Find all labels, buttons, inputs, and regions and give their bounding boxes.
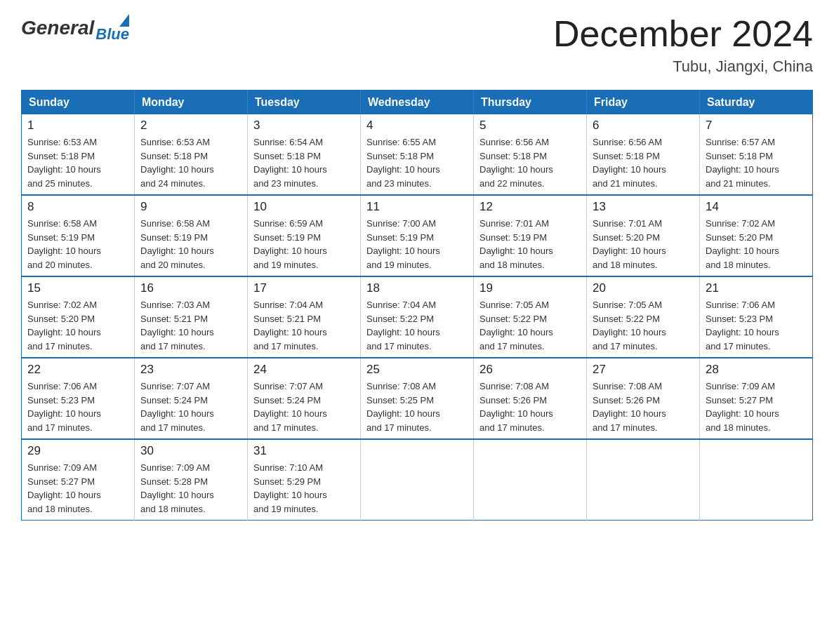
logo-blue-text: Blue [95, 27, 129, 42]
header-friday: Friday [587, 90, 700, 115]
calendar-table: SundayMondayTuesdayWednesdayThursdayFrid… [21, 90, 813, 521]
calendar-cell: 13 Sunrise: 7:01 AMSunset: 5:20 PMDaylig… [587, 195, 700, 276]
calendar-cell [587, 439, 700, 521]
day-info: Sunrise: 7:09 AMSunset: 5:27 PMDaylight:… [706, 380, 807, 434]
day-number: 20 [593, 281, 694, 295]
calendar-cell: 15 Sunrise: 7:02 AMSunset: 5:20 PMDaylig… [22, 276, 135, 358]
calendar-cell [700, 439, 813, 521]
day-info: Sunrise: 6:59 AMSunset: 5:19 PMDaylight:… [253, 217, 355, 271]
day-info: Sunrise: 7:08 AMSunset: 5:26 PMDaylight:… [593, 380, 694, 434]
calendar-cell: 28 Sunrise: 7:09 AMSunset: 5:27 PMDaylig… [700, 358, 813, 439]
calendar-week-row: 15 Sunrise: 7:02 AMSunset: 5:20 PMDaylig… [22, 276, 813, 358]
day-number: 16 [140, 281, 241, 295]
day-number: 30 [140, 444, 241, 458]
calendar-cell: 12 Sunrise: 7:01 AMSunset: 5:19 PMDaylig… [474, 195, 587, 276]
header-saturday: Saturday [700, 90, 813, 115]
day-number: 18 [366, 281, 468, 295]
day-info: Sunrise: 7:07 AMSunset: 5:24 PMDaylight:… [140, 380, 241, 434]
day-info: Sunrise: 7:06 AMSunset: 5:23 PMDaylight:… [27, 380, 128, 434]
day-info: Sunrise: 7:08 AMSunset: 5:25 PMDaylight:… [366, 380, 468, 434]
day-info: Sunrise: 7:05 AMSunset: 5:22 PMDaylight:… [479, 298, 581, 353]
day-number: 3 [253, 119, 355, 133]
day-info: Sunrise: 6:55 AMSunset: 5:18 PMDaylight:… [366, 135, 468, 190]
day-info: Sunrise: 6:58 AMSunset: 5:19 PMDaylight:… [140, 217, 241, 271]
day-info: Sunrise: 6:54 AMSunset: 5:18 PMDaylight:… [253, 135, 355, 190]
calendar-week-row: 8 Sunrise: 6:58 AMSunset: 5:19 PMDayligh… [22, 195, 813, 276]
day-number: 21 [706, 281, 807, 295]
day-number: 15 [27, 281, 128, 295]
calendar-cell: 19 Sunrise: 7:05 AMSunset: 5:22 PMDaylig… [474, 276, 587, 358]
calendar-cell: 16 Sunrise: 7:03 AMSunset: 5:21 PMDaylig… [135, 276, 248, 358]
day-info: Sunrise: 7:02 AMSunset: 5:20 PMDaylight:… [706, 217, 807, 271]
calendar-cell: 22 Sunrise: 7:06 AMSunset: 5:23 PMDaylig… [22, 358, 135, 439]
day-info: Sunrise: 7:01 AMSunset: 5:20 PMDaylight:… [593, 217, 694, 271]
title-area: December 2024 Tubu, Jiangxi, China [553, 14, 813, 76]
calendar-cell: 5 Sunrise: 6:56 AMSunset: 5:18 PMDayligh… [474, 114, 587, 195]
calendar-cell: 7 Sunrise: 6:57 AMSunset: 5:18 PMDayligh… [700, 114, 813, 195]
day-number: 19 [479, 281, 581, 295]
page-header: General Blue December 2024 Tubu, Jiangxi… [21, 14, 813, 76]
calendar-cell: 6 Sunrise: 6:56 AMSunset: 5:18 PMDayligh… [587, 114, 700, 195]
day-number: 9 [140, 200, 241, 214]
day-info: Sunrise: 7:03 AMSunset: 5:21 PMDaylight:… [140, 298, 241, 353]
calendar-cell: 20 Sunrise: 7:05 AMSunset: 5:22 PMDaylig… [587, 276, 700, 358]
calendar-cell: 30 Sunrise: 7:09 AMSunset: 5:28 PMDaylig… [135, 439, 248, 521]
calendar-cell: 4 Sunrise: 6:55 AMSunset: 5:18 PMDayligh… [361, 114, 474, 195]
page-subtitle: Tubu, Jiangxi, China [553, 58, 813, 76]
calendar-cell: 8 Sunrise: 6:58 AMSunset: 5:19 PMDayligh… [22, 195, 135, 276]
day-info: Sunrise: 7:01 AMSunset: 5:19 PMDaylight:… [479, 217, 581, 271]
calendar-cell: 3 Sunrise: 6:54 AMSunset: 5:18 PMDayligh… [248, 114, 361, 195]
calendar-cell: 26 Sunrise: 7:08 AMSunset: 5:26 PMDaylig… [474, 358, 587, 439]
calendar-cell: 10 Sunrise: 6:59 AMSunset: 5:19 PMDaylig… [248, 195, 361, 276]
day-info: Sunrise: 7:09 AMSunset: 5:27 PMDaylight:… [27, 461, 128, 516]
day-info: Sunrise: 6:56 AMSunset: 5:18 PMDaylight:… [593, 135, 694, 190]
day-number: 10 [253, 200, 355, 214]
day-number: 29 [27, 444, 128, 458]
header-sunday: Sunday [22, 90, 135, 115]
calendar-week-row: 22 Sunrise: 7:06 AMSunset: 5:23 PMDaylig… [22, 358, 813, 439]
day-number: 1 [27, 119, 128, 133]
day-info: Sunrise: 6:53 AMSunset: 5:18 PMDaylight:… [140, 135, 241, 190]
day-number: 27 [593, 363, 694, 377]
calendar-cell [361, 439, 474, 521]
day-number: 28 [706, 363, 807, 377]
day-number: 31 [253, 444, 355, 458]
day-info: Sunrise: 6:58 AMSunset: 5:19 PMDaylight:… [27, 217, 128, 271]
calendar-cell: 27 Sunrise: 7:08 AMSunset: 5:26 PMDaylig… [587, 358, 700, 439]
day-info: Sunrise: 7:06 AMSunset: 5:23 PMDaylight:… [706, 298, 807, 353]
day-info: Sunrise: 7:00 AMSunset: 5:19 PMDaylight:… [366, 217, 468, 271]
day-info: Sunrise: 7:07 AMSunset: 5:24 PMDaylight:… [253, 380, 355, 434]
day-info: Sunrise: 7:04 AMSunset: 5:22 PMDaylight:… [366, 298, 468, 353]
day-info: Sunrise: 7:08 AMSunset: 5:26 PMDaylight:… [479, 380, 581, 434]
day-number: 12 [479, 200, 581, 214]
day-info: Sunrise: 6:56 AMSunset: 5:18 PMDaylight:… [479, 135, 581, 190]
calendar-cell: 24 Sunrise: 7:07 AMSunset: 5:24 PMDaylig… [248, 358, 361, 439]
day-number: 22 [27, 363, 128, 377]
logo: General Blue [21, 14, 129, 42]
day-info: Sunrise: 6:53 AMSunset: 5:18 PMDaylight:… [27, 135, 128, 190]
header-wednesday: Wednesday [361, 90, 474, 115]
day-number: 13 [593, 200, 694, 214]
calendar-cell [474, 439, 587, 521]
day-info: Sunrise: 6:57 AMSunset: 5:18 PMDaylight:… [706, 135, 807, 190]
day-number: 8 [27, 200, 128, 214]
day-number: 24 [253, 363, 355, 377]
calendar-cell: 9 Sunrise: 6:58 AMSunset: 5:19 PMDayligh… [135, 195, 248, 276]
day-number: 23 [140, 363, 241, 377]
logo-blue-part: Blue [95, 14, 129, 42]
day-number: 25 [366, 363, 468, 377]
calendar-cell: 1 Sunrise: 6:53 AMSunset: 5:18 PMDayligh… [22, 114, 135, 195]
calendar-week-row: 29 Sunrise: 7:09 AMSunset: 5:27 PMDaylig… [22, 439, 813, 521]
header-tuesday: Tuesday [248, 90, 361, 115]
header-thursday: Thursday [474, 90, 587, 115]
day-number: 4 [366, 119, 468, 133]
day-info: Sunrise: 7:10 AMSunset: 5:29 PMDaylight:… [253, 461, 355, 516]
day-info: Sunrise: 7:02 AMSunset: 5:20 PMDaylight:… [27, 298, 128, 353]
calendar-cell: 14 Sunrise: 7:02 AMSunset: 5:20 PMDaylig… [700, 195, 813, 276]
page-title: December 2024 [553, 14, 813, 54]
calendar-cell: 21 Sunrise: 7:06 AMSunset: 5:23 PMDaylig… [700, 276, 813, 358]
logo-general-text: General [21, 17, 94, 39]
day-number: 17 [253, 281, 355, 295]
day-number: 2 [140, 119, 241, 133]
day-info: Sunrise: 7:04 AMSunset: 5:21 PMDaylight:… [253, 298, 355, 353]
